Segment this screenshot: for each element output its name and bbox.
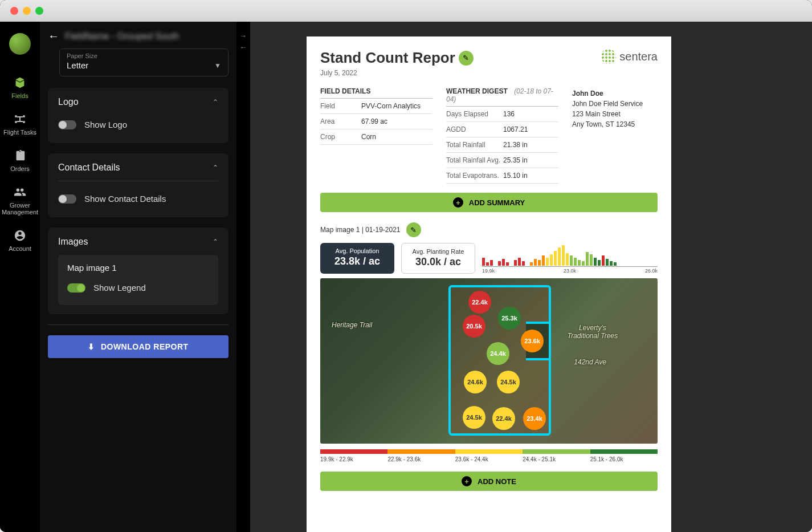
legend-segment (387, 449, 455, 454)
show-contact-toggle[interactable] (58, 194, 76, 204)
sidebar-label: Grower Management (2, 202, 38, 216)
show-logo-toggle[interactable] (58, 120, 76, 129)
row-key: Crop (320, 133, 361, 141)
histo-bar (538, 260, 541, 266)
field-row: Area67.99 ac (320, 114, 432, 129)
contact-city: Any Town, ST 12345 (572, 119, 658, 129)
fields-icon (13, 75, 27, 90)
histo-bar (534, 259, 537, 266)
paper-size-value: Letter (67, 60, 88, 70)
app-body: Fields Flight Tasks Orders Grower Manage… (0, 22, 812, 532)
clipboard-icon (13, 148, 27, 163)
map-data-circle: 24.4k (487, 342, 509, 365)
histo-bar (502, 259, 505, 266)
sidebar-label: Flight Tasks (3, 129, 36, 136)
row-value: 1067.21 (503, 125, 528, 133)
edit-map-button[interactable]: ✎ (406, 222, 421, 237)
row-key: Total Evapotrans. (446, 172, 503, 180)
plus-icon: + (453, 197, 463, 208)
map-image-title: Map image 1 (67, 263, 209, 273)
legend-label: 25.1k - 26.0k (590, 456, 658, 462)
histo-bar (586, 252, 589, 266)
histo-bar (590, 254, 593, 266)
map-text-heritage: Heritage Trail (332, 321, 372, 329)
legend-label: 24.4k - 25.1k (523, 456, 590, 462)
row-value: 25.35 in (503, 156, 528, 164)
right-margin (728, 22, 812, 532)
chevron-up-icon: ⌃ (213, 164, 218, 172)
legend-label: 19.9k - 22.9k (320, 456, 387, 462)
paper-size-select[interactable]: Paper Size Letter ▼ (59, 48, 228, 76)
report-title: Stand Count Repor (320, 49, 455, 67)
axis-tick: 19.9k (482, 268, 495, 274)
map-image-item: Map image 1 Show Legend (58, 255, 218, 305)
button-label: ADD NOTE (478, 477, 516, 486)
histo-bar (550, 254, 553, 266)
chevron-up-icon: ⌃ (213, 238, 218, 246)
back-arrow-icon[interactable]: ← (48, 30, 59, 43)
legend-labels: 19.9k - 22.9k22.9k - 23.6k23.6k - 24.4k2… (320, 456, 658, 462)
chevron-up-icon: ⌃ (213, 98, 218, 106)
histo-bar (514, 260, 517, 266)
sidebar-item-orders[interactable]: Orders (10, 148, 30, 172)
section-title: Contact Details (58, 163, 120, 173)
stat-label: Avg. Planting Rate (410, 248, 467, 255)
weather-row: Total Evapotrans.15.10 in (446, 168, 558, 184)
legend-segment (523, 449, 590, 454)
logo-section: Logo ⌃ Show Logo (48, 88, 228, 143)
close-window-icon[interactable] (10, 7, 18, 15)
map-data-circle: 23.6k (521, 330, 544, 352)
contact-column: John Doe John Doe Field Service 123 Main… (572, 87, 658, 184)
arrow-left-icon: ← (240, 43, 247, 51)
images-section-header[interactable]: Images ⌃ (58, 237, 218, 247)
field-row: FieldPVV-Corn Analytics (320, 99, 432, 114)
legend-segment (320, 449, 387, 454)
images-section: Images ⌃ Map image 1 Show Legend (48, 228, 228, 314)
minimize-window-icon[interactable] (23, 7, 31, 15)
row-key: Total Rainfall Avg. (446, 156, 503, 164)
logo-section-header[interactable]: Logo ⌃ (58, 97, 218, 107)
histo-bar (594, 258, 597, 266)
settings-panel: ← FieldName - Grouped South Paper Size L… (40, 22, 236, 532)
drone-icon (13, 112, 27, 127)
contact-company: John Doe Field Service (572, 99, 658, 109)
field-row: CropCorn (320, 129, 432, 145)
map-data-circle: 22.4k (468, 291, 491, 314)
download-icon: ⬇ (88, 342, 95, 351)
paper-size-label: Paper Size (67, 52, 221, 59)
sidebar-item-flight-tasks[interactable]: Flight Tasks (3, 112, 36, 136)
sidebar-item-grower-management[interactable]: Grower Management (2, 185, 38, 216)
sentera-mark-icon (601, 49, 616, 64)
map-data-circle: 24.5k (463, 406, 485, 429)
button-label: DOWNLOAD REPORT (101, 342, 189, 351)
add-summary-button[interactable]: + ADD SUMMARY (320, 193, 658, 212)
histo-bar (498, 261, 501, 266)
report-document: Stand Count Repor ✎ July 5, 2022 sentera… (307, 36, 671, 532)
maximize-window-icon[interactable] (35, 7, 43, 15)
weather-column: WEATHER DIGEST (02-18 to 07-04) Days Ela… (446, 87, 558, 184)
histo-bar (546, 258, 549, 266)
sidebar-item-account[interactable]: Account (9, 228, 31, 252)
toggle-label: Show Legend (93, 283, 146, 293)
histo-bar (614, 262, 617, 266)
weather-row: Days Elapsed136 (446, 107, 558, 122)
expand-tab[interactable]: → ← (236, 22, 250, 532)
section-title: Logo (58, 97, 79, 107)
plus-icon: + (462, 476, 472, 486)
contact-street: 123 Main Street (572, 109, 658, 119)
download-report-button[interactable]: ⬇ DOWNLOAD REPORT (48, 335, 228, 358)
chevron-down-icon: ▼ (214, 62, 221, 70)
avg-planting-rate-stat: Avg. Planting Rate 30.0k / ac (401, 243, 475, 274)
contact-section-header[interactable]: Contact Details ⌃ (58, 163, 218, 173)
histogram: 19.9k 23.0k 26.0k (482, 243, 658, 274)
sidebar-item-fields[interactable]: Fields (11, 75, 28, 99)
app-logo-icon[interactable] (9, 33, 31, 55)
sidebar-label: Fields (11, 92, 28, 99)
row-value: 67.99 ac (361, 117, 387, 125)
histo-bar (606, 259, 609, 266)
edit-title-button[interactable]: ✎ (459, 51, 474, 66)
add-note-button[interactable]: + ADD NOTE (320, 472, 658, 491)
arrow-right-icon: → (240, 32, 247, 40)
weather-row: Total Rainfall Avg.25.35 in (446, 153, 558, 168)
show-legend-toggle[interactable] (67, 283, 85, 293)
